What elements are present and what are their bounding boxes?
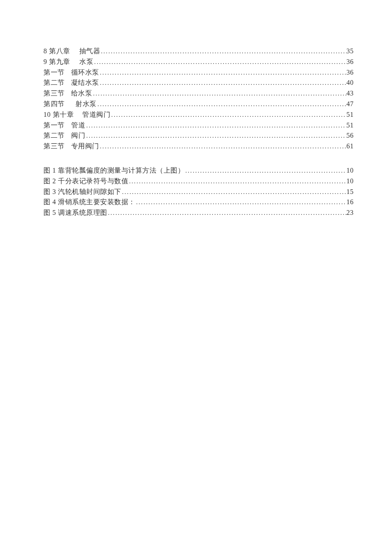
toc-chapter-title: 管道 xyxy=(71,120,85,131)
figure-page-number: 16 xyxy=(346,197,354,208)
toc-section: 8 第八章抽气器................................… xyxy=(43,46,354,152)
toc-chapter-label: 8 第八章 xyxy=(43,46,70,57)
toc-page-number: 40 xyxy=(346,78,354,88)
figure-label: 图 1 靠背轮瓢偏度的测量与计算方法（上图） xyxy=(43,165,184,176)
figure-entry: 图 2 千分表记录符号与数值..........................… xyxy=(43,176,354,187)
toc-leader-dots: ........................................… xyxy=(99,68,346,78)
figure-leader-dots: ........................................… xyxy=(128,177,346,186)
figure-leader-dots: ........................................… xyxy=(184,166,346,176)
toc-chapter-label: 第二节 xyxy=(43,78,65,88)
figure-entry: 图 4 滑销系统主要安装数据：.........................… xyxy=(43,197,354,208)
toc-chapter-label: 第一节 xyxy=(43,67,65,78)
toc-page-number: 43 xyxy=(346,88,354,99)
figure-page-number: 15 xyxy=(346,187,354,197)
toc-leader-dots: ........................................… xyxy=(110,110,346,120)
figure-leader-dots: ........................................… xyxy=(107,208,347,218)
toc-chapter-title: 阀门 xyxy=(71,130,85,141)
toc-leader-dots: ........................................… xyxy=(99,142,346,151)
toc-chapter-label: 第三节 xyxy=(43,88,65,99)
toc-chapter-label: 第二节 xyxy=(43,130,65,141)
toc-leader-dots: ........................................… xyxy=(92,89,346,98)
figure-page-number: 10 xyxy=(346,165,354,176)
toc-entry: 第一节循环水泵.................................… xyxy=(43,67,354,78)
toc-entry: 第一节管道...................................… xyxy=(43,120,354,131)
toc-leader-dots: ........................................… xyxy=(97,100,346,109)
toc-page-number: 56 xyxy=(346,130,354,141)
toc-entry: 第四节射水泵..................................… xyxy=(43,99,354,110)
toc-leader-dots: ........................................… xyxy=(100,47,346,56)
toc-chapter-label: 第四节 xyxy=(43,99,65,110)
toc-entry: 9 第九章水泵.................................… xyxy=(43,57,354,67)
figure-label: 图 3 汽轮机轴封间隙如下 xyxy=(43,187,121,197)
toc-page-number: 35 xyxy=(346,46,354,57)
figure-label: 图 2 千分表记录符号与数值 xyxy=(43,176,128,187)
figure-leader-dots: ........................................… xyxy=(121,188,347,197)
toc-chapter-title: 给水泵 xyxy=(71,88,92,99)
figure-page-number: 10 xyxy=(346,176,354,187)
toc-chapter-label: 第一节 xyxy=(43,120,65,131)
toc-page-number: 36 xyxy=(346,57,354,67)
toc-page-number: 36 xyxy=(346,67,354,78)
figure-entry: 图 3 汽轮机轴封间隙如下...........................… xyxy=(43,187,354,197)
toc-chapter-title: 凝结水泵 xyxy=(71,78,99,88)
figure-label: 图 5 调速系统原理图 xyxy=(43,208,107,218)
toc-entry: 第三节专用阀门.................................… xyxy=(43,141,354,152)
toc-entry: 第三节给水泵..................................… xyxy=(43,88,354,99)
toc-chapter-title: 射水泵 xyxy=(75,99,97,110)
figures-section: 图 1 靠背轮瓢偏度的测量与计算方法（上图）..................… xyxy=(43,165,354,218)
figure-label: 图 4 滑销系统主要安装数据： xyxy=(43,197,135,208)
toc-leader-dots: ........................................… xyxy=(85,121,346,130)
figure-page-number: 23 xyxy=(346,208,354,218)
figure-entry: 图 1 靠背轮瓢偏度的测量与计算方法（上图）..................… xyxy=(43,165,354,176)
toc-leader-dots: ........................................… xyxy=(93,58,346,67)
toc-chapter-label: 9 第九章 xyxy=(43,57,70,67)
toc-entry: 第二节阀门...................................… xyxy=(43,130,354,141)
toc-chapter-title: 水泵 xyxy=(79,57,93,67)
figure-entry: 图 5 调速系统原理图.............................… xyxy=(43,208,354,218)
toc-entry: 第二节凝结水泵.................................… xyxy=(43,78,354,88)
toc-entry: 10 第十章管道阀门..............................… xyxy=(43,110,354,120)
toc-page-number: 47 xyxy=(346,99,354,110)
toc-chapter-label: 10 第十章 xyxy=(43,110,74,120)
toc-page-number: 51 xyxy=(346,120,354,131)
toc-chapter-label: 第三节 xyxy=(43,141,65,152)
toc-leader-dots: ........................................… xyxy=(85,131,346,141)
toc-chapter-title: 专用阀门 xyxy=(71,141,99,152)
toc-page-number: 51 xyxy=(346,110,354,120)
toc-page-number: 61 xyxy=(346,141,354,152)
toc-chapter-title: 抽气器 xyxy=(79,46,101,57)
toc-leader-dots: ........................................… xyxy=(99,78,346,88)
toc-chapter-title: 循环水泵 xyxy=(71,67,99,78)
toc-entry: 8 第八章抽气器................................… xyxy=(43,46,354,57)
figure-leader-dots: ........................................… xyxy=(135,198,347,207)
toc-chapter-title: 管道阀门 xyxy=(82,110,110,120)
